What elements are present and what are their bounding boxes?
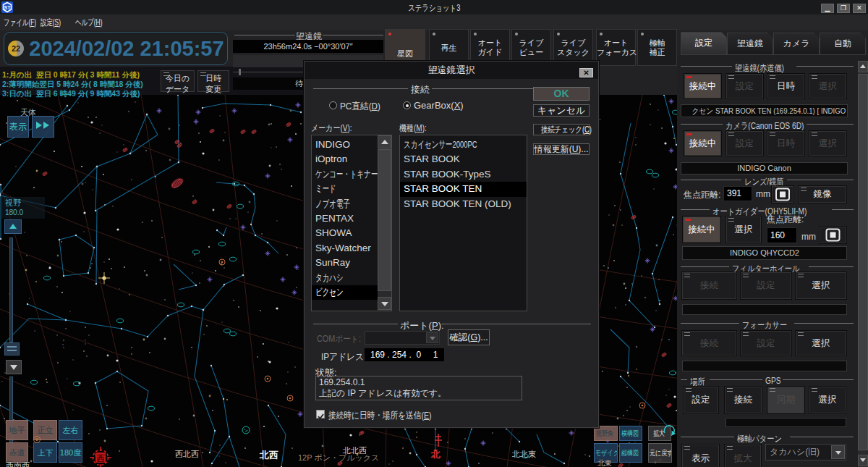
svg-text:西: 西: [96, 454, 106, 463]
